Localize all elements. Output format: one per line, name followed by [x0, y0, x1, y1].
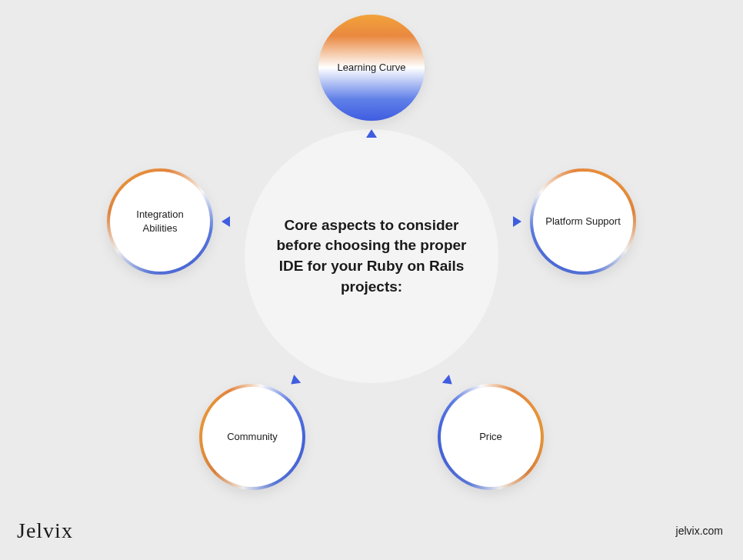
- center-circle: Core aspects to consider before choosing…: [245, 129, 498, 383]
- radial-diagram: Core aspects to consider before choosing…: [102, 18, 641, 495]
- arrow-icon: [288, 375, 301, 388]
- brand-logo: Jelvix: [17, 518, 73, 543]
- node-label: Integration Abilities: [121, 208, 199, 235]
- arrow-icon: [513, 216, 521, 227]
- node-community: Community: [202, 387, 302, 487]
- node-label: Platform Support: [545, 215, 621, 228]
- node-price: Price: [441, 387, 541, 487]
- node-platform-support: Platform Support: [533, 172, 633, 272]
- node-label: Learning Curve: [338, 61, 406, 75]
- arrow-icon: [222, 216, 230, 227]
- site-url: jelvix.com: [676, 525, 723, 537]
- node-label: Community: [227, 430, 278, 444]
- center-text: Core aspects to consider before choosing…: [275, 215, 468, 297]
- node-label: Price: [479, 430, 502, 444]
- node-integration-abilities: Integration Abilities: [110, 172, 210, 272]
- node-learning-curve: Learning Curve: [322, 18, 421, 118]
- arrow-icon: [366, 129, 377, 138]
- arrow-icon: [442, 375, 455, 388]
